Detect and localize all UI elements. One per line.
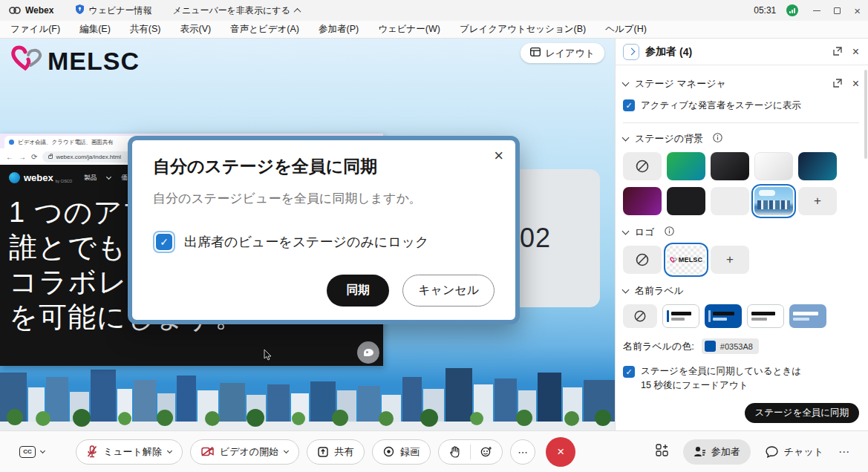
participants-panel: 参加者 (4) × ステージ マネージャ × — [615, 39, 868, 430]
color-swatch — [705, 341, 716, 352]
reactions-group — [438, 439, 503, 465]
webinar-info-button[interactable]: ウェビナー情報 — [76, 4, 151, 17]
lock-view-checkbox[interactable]: ✓ — [153, 231, 175, 253]
site-nav-products[interactable]: 製品 — [84, 174, 97, 183]
stage-manager-close-button[interactable]: × — [852, 78, 859, 90]
panel-popout-icon[interactable] — [833, 45, 842, 59]
window-minimize-button[interactable] — [813, 10, 820, 11]
sync-button[interactable]: 同期 — [327, 275, 389, 307]
info-icon[interactable] — [713, 133, 722, 145]
bg-swatch-black[interactable] — [667, 187, 705, 215]
logo-tile-text: MELSC — [679, 256, 703, 263]
name-label-style-3[interactable] — [747, 304, 784, 328]
name-label-style-4[interactable] — [789, 304, 826, 328]
reactions-button[interactable] — [471, 440, 502, 464]
site-chat-assistant-button[interactable] — [357, 341, 379, 364]
participant-count: (4) — [679, 46, 692, 58]
name-label-color-picker[interactable]: #0353A8 — [702, 338, 759, 354]
name-label-none[interactable] — [623, 304, 657, 328]
meeting-controls-toolbar: CC ミュート解除 ビデオの開始 — [0, 430, 868, 472]
browser-reload-icon[interactable]: ⟳ — [31, 153, 37, 161]
menu-share[interactable]: 共有(S) — [130, 23, 161, 36]
name-label-style-1-selected[interactable] — [662, 304, 699, 328]
webex-site-logo-icon — [9, 172, 20, 183]
closed-captions-button[interactable]: CC — [19, 446, 45, 458]
bg-swatch-light-gray[interactable] — [711, 187, 749, 215]
sync-stage-to-all-button[interactable]: ステージを全員に同期 — [745, 403, 859, 423]
menu-help[interactable]: ヘルプ(H) — [605, 23, 647, 36]
logo-add-button[interactable]: + — [711, 246, 749, 274]
chevron-down-icon[interactable] — [622, 79, 630, 87]
browser-forward-icon[interactable]: → — [19, 153, 26, 161]
mouse-cursor — [264, 350, 272, 364]
active-speaker-checkbox-label: アクティブな発言者をステージに表示 — [641, 99, 801, 112]
unmute-label: ミュート解除 — [103, 445, 162, 459]
bg-swatch-green-gradient[interactable] — [667, 152, 705, 180]
menu-audio-video[interactable]: 音声とビデオ(A) — [230, 23, 299, 36]
melsc-heart-icon — [670, 257, 677, 263]
bg-swatch-white[interactable] — [754, 152, 793, 180]
apps-button[interactable] — [656, 444, 668, 459]
hide-menubar-button[interactable]: メニューバーを非表示にする — [173, 4, 300, 17]
leave-meeting-button[interactable]: × — [546, 437, 575, 467]
raise-hand-icon — [450, 446, 460, 458]
share-button[interactable]: 共有 — [307, 439, 365, 465]
chevron-down-icon[interactable] — [622, 134, 630, 142]
bg-swatch-city-selected[interactable] — [754, 187, 793, 215]
camera-off-icon — [201, 447, 214, 456]
more-options-button[interactable]: ⋯ — [510, 439, 535, 465]
connection-quality-icon[interactable] — [786, 4, 798, 16]
menu-breakout[interactable]: ブレイクアウトセッション(B) — [460, 23, 586, 36]
panel-scrollbar[interactable] — [864, 70, 867, 159]
browser-back-icon[interactable]: ← — [6, 153, 13, 161]
logo-swatch-melsc-selected[interactable]: MELSC — [667, 246, 705, 274]
chevron-down-icon[interactable] — [622, 286, 630, 294]
menu-edit[interactable]: 編集(E) — [79, 23, 111, 36]
bg-add-button[interactable]: + — [798, 187, 837, 215]
window-close-button[interactable]: × — [854, 4, 861, 17]
window-maximize-button[interactable] — [834, 7, 841, 14]
start-video-button[interactable]: ビデオの開始 — [190, 439, 299, 465]
panel-title: 参加者 — [645, 45, 676, 59]
info-icon[interactable] — [665, 226, 674, 238]
bg-swatch-dark[interactable] — [711, 152, 749, 180]
chat-button[interactable]: チャット — [766, 445, 823, 459]
layout-button[interactable]: レイアウト — [521, 43, 604, 63]
none-icon — [635, 159, 650, 174]
bg-swatch-purple-gradient[interactable] — [623, 187, 662, 215]
stage-manager-popout-icon[interactable] — [833, 79, 842, 90]
menu-file[interactable]: ファイル(F) — [10, 23, 60, 36]
unmute-button[interactable]: ミュート解除 — [76, 439, 183, 465]
participants-button[interactable]: 参加者 — [683, 439, 751, 465]
fade-out-checkbox[interactable]: ✓ — [623, 366, 635, 378]
active-speaker-checkbox[interactable]: ✓ — [623, 99, 635, 111]
bg-swatch-none[interactable] — [623, 152, 662, 180]
name-label-style-2[interactable] — [705, 304, 742, 328]
logo-swatch-none[interactable] — [623, 246, 662, 274]
participants-label: 参加者 — [711, 445, 740, 459]
record-button[interactable]: 録画 — [372, 439, 431, 465]
record-label: 録画 — [400, 445, 420, 459]
dialog-close-button[interactable]: × — [494, 148, 503, 164]
menu-view[interactable]: 表示(V) — [180, 23, 211, 36]
closed-captions-icon: CC — [19, 446, 36, 458]
dialog-message: 自分のステージビューを全員に同期しますか。 — [153, 190, 495, 207]
stage-manager-section: ステージ マネージャ × ✓ アクティブな発言者をステージに表示 ステージの背景 — [616, 65, 868, 430]
raise-hand-button[interactable] — [439, 440, 470, 464]
webex-logo-icon — [9, 6, 21, 15]
panel-close-button[interactable]: × — [852, 46, 859, 58]
cancel-button[interactable]: キャンセル — [402, 275, 495, 307]
background-swatches-row-1 — [623, 152, 859, 180]
checkbox-check-icon: ✓ — [156, 234, 172, 250]
chevron-up-icon — [293, 7, 301, 15]
menu-webinar[interactable]: ウェビナー(W) — [378, 23, 440, 36]
menu-participants[interactable]: 参加者(P) — [319, 23, 359, 36]
panel-collapse-button[interactable] — [623, 44, 639, 60]
chevron-down-icon — [167, 448, 172, 453]
dialog-title: 自分のステージを全員に同期 — [153, 155, 495, 178]
menubar: ファイル(F) 編集(E) 共有(S) 表示(V) 音声とビデオ(A) 参加者(… — [0, 21, 868, 39]
bg-swatch-teal-gradient[interactable] — [798, 152, 837, 180]
toolbar-overflow-button[interactable]: ⋯ — [838, 445, 850, 459]
webex-site-logo-text: webex — [24, 172, 53, 183]
chevron-down-icon[interactable] — [622, 228, 630, 235]
